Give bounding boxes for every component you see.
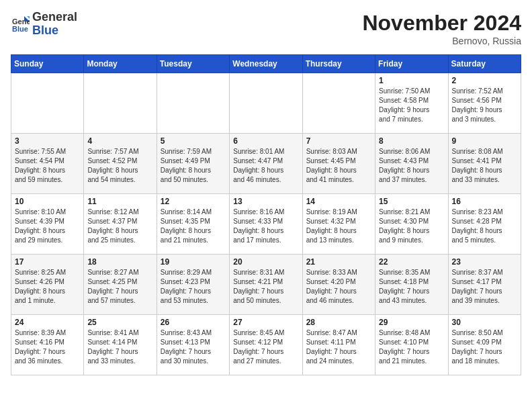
day-info: Sunrise: 8:14 AM Sunset: 4:35 PM Dayligh… — [161, 208, 226, 245]
day-cell: 14Sunrise: 8:19 AM Sunset: 4:32 PM Dayli… — [302, 194, 375, 255]
day-cell: 8Sunrise: 8:06 AM Sunset: 4:43 PM Daylig… — [375, 134, 448, 194]
day-cell: 15Sunrise: 8:21 AM Sunset: 4:30 PM Dayli… — [375, 194, 448, 255]
day-info: Sunrise: 8:31 AM Sunset: 4:21 PM Dayligh… — [233, 268, 298, 306]
logo-icon: General Blue — [11, 15, 30, 34]
day-cell: 23Sunrise: 8:37 AM Sunset: 4:17 PM Dayli… — [448, 255, 521, 315]
day-cell: 1Sunrise: 7:50 AM Sunset: 4:58 PM Daylig… — [375, 73, 448, 134]
logo: General Blue General Blue — [11, 11, 77, 38]
day-cell: 13Sunrise: 8:16 AM Sunset: 4:33 PM Dayli… — [230, 194, 302, 255]
day-info: Sunrise: 8:08 AM Sunset: 4:41 PM Dayligh… — [452, 147, 517, 185]
day-number: 2 — [452, 76, 517, 85]
day-info: Sunrise: 8:12 AM Sunset: 4:37 PM Dayligh… — [87, 208, 152, 245]
weekday-header-monday: Monday — [84, 55, 157, 73]
day-info: Sunrise: 8:37 AM Sunset: 4:17 PM Dayligh… — [452, 268, 517, 306]
day-info: Sunrise: 8:47 AM Sunset: 4:11 PM Dayligh… — [306, 328, 371, 366]
day-cell: 5Sunrise: 7:59 AM Sunset: 4:49 PM Daylig… — [157, 134, 229, 194]
day-info: Sunrise: 8:41 AM Sunset: 4:14 PM Dayligh… — [87, 328, 152, 366]
day-cell: 11Sunrise: 8:12 AM Sunset: 4:37 PM Dayli… — [84, 194, 157, 255]
day-number: 12 — [161, 197, 226, 206]
day-info: Sunrise: 8:29 AM Sunset: 4:23 PM Dayligh… — [161, 268, 226, 306]
day-info: Sunrise: 8:39 AM Sunset: 4:16 PM Dayligh… — [15, 328, 80, 366]
day-number: 13 — [233, 197, 298, 206]
logo-blue-text: Blue — [32, 24, 58, 37]
week-row-5: 24Sunrise: 8:39 AM Sunset: 4:16 PM Dayli… — [11, 315, 521, 375]
day-cell — [11, 73, 84, 134]
title-area: November 2024 Bernovo, Russia — [362, 11, 521, 46]
day-info: Sunrise: 8:03 AM Sunset: 4:45 PM Dayligh… — [306, 147, 371, 185]
day-number: 18 — [87, 257, 152, 267]
day-info: Sunrise: 8:10 AM Sunset: 4:39 PM Dayligh… — [15, 208, 80, 245]
day-cell: 16Sunrise: 8:23 AM Sunset: 4:28 PM Dayli… — [448, 194, 521, 255]
calendar-table: SundayMondayTuesdayWednesdayThursdayFrid… — [11, 54, 521, 375]
weekday-header-thursday: Thursday — [302, 55, 375, 73]
day-cell: 20Sunrise: 8:31 AM Sunset: 4:21 PM Dayli… — [230, 255, 302, 315]
day-info: Sunrise: 8:48 AM Sunset: 4:10 PM Dayligh… — [379, 328, 444, 366]
day-number: 14 — [306, 197, 371, 206]
day-number: 8 — [379, 136, 444, 146]
day-cell: 3Sunrise: 7:55 AM Sunset: 4:54 PM Daylig… — [11, 134, 84, 194]
day-info: Sunrise: 7:52 AM Sunset: 4:56 PM Dayligh… — [452, 87, 517, 124]
day-cell: 10Sunrise: 8:10 AM Sunset: 4:39 PM Dayli… — [11, 194, 84, 255]
day-cell: 26Sunrise: 8:43 AM Sunset: 4:13 PM Dayli… — [157, 315, 229, 375]
day-cell: 4Sunrise: 7:57 AM Sunset: 4:52 PM Daylig… — [84, 134, 157, 194]
day-number: 16 — [452, 197, 517, 206]
day-number: 23 — [452, 257, 517, 267]
day-number: 11 — [87, 197, 152, 206]
day-info: Sunrise: 7:57 AM Sunset: 4:52 PM Dayligh… — [87, 147, 152, 185]
day-cell: 25Sunrise: 8:41 AM Sunset: 4:14 PM Dayli… — [84, 315, 157, 375]
weekday-header-tuesday: Tuesday — [157, 55, 229, 73]
location: Bernovo, Russia — [362, 36, 521, 46]
month-title: November 2024 — [362, 11, 521, 36]
day-info: Sunrise: 8:06 AM Sunset: 4:43 PM Dayligh… — [379, 147, 444, 185]
weekday-header-wednesday: Wednesday — [230, 55, 302, 73]
day-info: Sunrise: 8:16 AM Sunset: 4:33 PM Dayligh… — [233, 208, 298, 245]
day-number: 17 — [15, 257, 80, 267]
day-info: Sunrise: 7:59 AM Sunset: 4:49 PM Dayligh… — [161, 147, 226, 185]
day-number: 1 — [379, 76, 444, 85]
header: General Blue General Blue November 2024 … — [11, 11, 521, 46]
day-cell — [84, 73, 157, 134]
day-number: 19 — [161, 257, 226, 267]
day-number: 26 — [161, 318, 226, 327]
day-cell: 9Sunrise: 8:08 AM Sunset: 4:41 PM Daylig… — [448, 134, 521, 194]
weekday-header-row: SundayMondayTuesdayWednesdayThursdayFrid… — [11, 55, 521, 73]
day-cell: 27Sunrise: 8:45 AM Sunset: 4:12 PM Dayli… — [230, 315, 302, 375]
weekday-header-saturday: Saturday — [448, 55, 521, 73]
day-info: Sunrise: 8:50 AM Sunset: 4:09 PM Dayligh… — [452, 328, 517, 366]
day-cell: 24Sunrise: 8:39 AM Sunset: 4:16 PM Dayli… — [11, 315, 84, 375]
day-cell: 19Sunrise: 8:29 AM Sunset: 4:23 PM Dayli… — [157, 255, 229, 315]
day-info: Sunrise: 8:45 AM Sunset: 4:12 PM Dayligh… — [233, 328, 298, 366]
day-number: 7 — [306, 136, 371, 146]
day-info: Sunrise: 8:35 AM Sunset: 4:18 PM Dayligh… — [379, 268, 444, 306]
day-info: Sunrise: 8:25 AM Sunset: 4:26 PM Dayligh… — [15, 268, 80, 306]
day-info: Sunrise: 8:01 AM Sunset: 4:47 PM Dayligh… — [233, 147, 298, 185]
day-cell: 17Sunrise: 8:25 AM Sunset: 4:26 PM Dayli… — [11, 255, 84, 315]
day-number: 29 — [379, 318, 444, 327]
day-cell: 29Sunrise: 8:48 AM Sunset: 4:10 PM Dayli… — [375, 315, 448, 375]
day-number: 5 — [161, 136, 226, 146]
day-cell: 6Sunrise: 8:01 AM Sunset: 4:47 PM Daylig… — [230, 134, 302, 194]
day-number: 9 — [452, 136, 517, 146]
day-number: 15 — [379, 197, 444, 206]
weekday-header-sunday: Sunday — [11, 55, 84, 73]
day-number: 27 — [233, 318, 298, 327]
day-cell: 30Sunrise: 8:50 AM Sunset: 4:09 PM Dayli… — [448, 315, 521, 375]
day-cell: 2Sunrise: 7:52 AM Sunset: 4:56 PM Daylig… — [448, 73, 521, 134]
week-row-2: 3Sunrise: 7:55 AM Sunset: 4:54 PM Daylig… — [11, 134, 521, 194]
day-number: 28 — [306, 318, 371, 327]
day-number: 20 — [233, 257, 298, 267]
day-number: 3 — [15, 136, 80, 146]
svg-text:Blue: Blue — [12, 25, 28, 33]
week-row-4: 17Sunrise: 8:25 AM Sunset: 4:26 PM Dayli… — [11, 255, 521, 315]
day-cell — [157, 73, 229, 134]
day-info: Sunrise: 8:19 AM Sunset: 4:32 PM Dayligh… — [306, 208, 371, 245]
day-number: 22 — [379, 257, 444, 267]
day-cell: 12Sunrise: 8:14 AM Sunset: 4:35 PM Dayli… — [157, 194, 229, 255]
week-row-1: 1Sunrise: 7:50 AM Sunset: 4:58 PM Daylig… — [11, 73, 521, 134]
logo-general-text: General — [32, 10, 77, 24]
week-row-3: 10Sunrise: 8:10 AM Sunset: 4:39 PM Dayli… — [11, 194, 521, 255]
day-number: 21 — [306, 257, 371, 267]
day-cell — [302, 73, 375, 134]
day-number: 30 — [452, 318, 517, 327]
day-info: Sunrise: 8:33 AM Sunset: 4:20 PM Dayligh… — [306, 268, 371, 306]
